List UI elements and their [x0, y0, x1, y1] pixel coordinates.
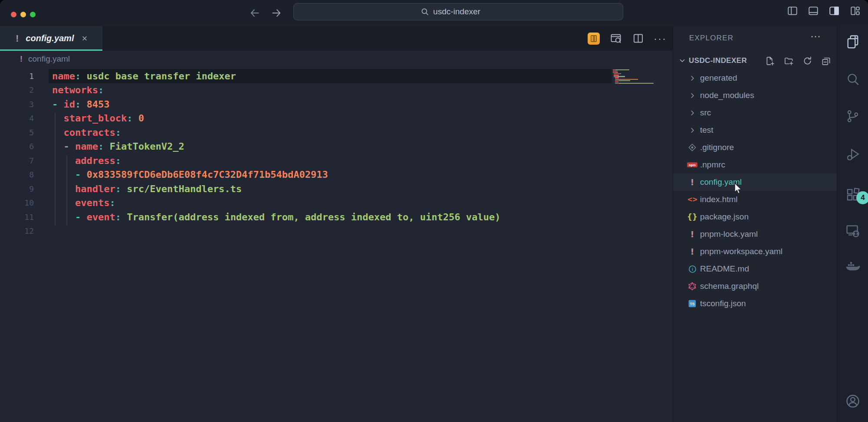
collapse-all-icon[interactable] — [821, 56, 831, 66]
file-label: node_modules — [700, 91, 754, 100]
yaml-file-icon: ! — [685, 246, 699, 257]
activity-remote-explorer-icon[interactable] — [837, 220, 868, 241]
vscode-window: usdc-indexer ! config.yaml × — [0, 0, 868, 422]
line-number: 8 — [0, 170, 34, 179]
folder-item-node_modules[interactable]: node_modules — [673, 87, 837, 104]
file-label: generated — [700, 73, 737, 83]
code-line-2[interactable]: 2networks: — [0, 83, 673, 98]
minimize-window-button[interactable] — [20, 12, 26, 17]
breadcrumb-warning-icon: ! — [20, 55, 23, 64]
command-center-search[interactable]: usdc-indexer — [293, 3, 623, 20]
navigate-forward-button[interactable] — [269, 6, 284, 20]
file-item-README-md[interactable]: iREADME.md — [673, 260, 837, 278]
code-line-7[interactable]: 7 address: — [0, 154, 673, 168]
tab-bar: ! config.yaml × ··· — [0, 26, 673, 51]
file-label: README.md — [700, 264, 749, 274]
code-line-6[interactable]: 6 - name: FiatTokenV2_2 — [0, 140, 673, 154]
activity-search-icon[interactable] — [837, 69, 868, 89]
line-number: 10 — [0, 198, 34, 207]
chevron-right-icon — [685, 92, 699, 99]
code-line-12[interactable]: 12 — [0, 224, 673, 239]
activity-run-debug-icon[interactable] — [837, 144, 868, 165]
yaml-file-icon: ! — [685, 177, 699, 187]
toggle-secondary-sidebar-icon[interactable] — [828, 5, 840, 17]
code-line-10[interactable]: 10 events: — [0, 196, 673, 210]
code-line-9[interactable]: 9 handler: src/EventHandlers.ts — [0, 182, 673, 196]
line-number: 3 — [0, 100, 34, 109]
toggle-panel-icon[interactable] — [807, 5, 819, 17]
file-item-tsconfig-json[interactable]: TStsconfig.json — [673, 295, 837, 312]
graphql-file-icon — [685, 282, 699, 291]
envio-extension-icon[interactable] — [587, 32, 600, 45]
tab-config-yaml[interactable]: ! config.yaml × — [0, 26, 102, 51]
code-line-11[interactable]: 11 - event: Transfer(address indexed fro… — [0, 210, 673, 224]
editor-region: ! config.yaml × ··· — [0, 26, 673, 422]
yaml-file-icon: ! — [16, 33, 19, 44]
file-label: .gitignore — [700, 143, 734, 152]
customize-layout-icon[interactable] — [849, 5, 861, 17]
breadcrumb[interactable]: ! config.yaml — [0, 51, 673, 67]
refresh-icon[interactable] — [802, 56, 812, 66]
svg-text:npm: npm — [689, 163, 696, 167]
file-item-npmrc[interactable]: npm.npmrc — [673, 156, 837, 173]
section-usdc-indexer[interactable]: USDC-INDEXER — [673, 52, 837, 69]
tab-label: config.yaml — [26, 33, 74, 43]
svg-text:i: i — [692, 267, 693, 272]
file-label: test — [700, 125, 713, 135]
code-line-4[interactable]: 4 start_block: 0 — [0, 111, 673, 126]
mouse-cursor — [732, 182, 743, 197]
code-editor[interactable]: 1name: usdc base transfer indexer2networ… — [0, 69, 673, 238]
explorer-title: EXPLORER — [689, 34, 733, 43]
code-line-3[interactable]: 3- id: 8453 — [0, 97, 673, 111]
activity-account-icon[interactable] — [837, 391, 868, 412]
breadcrumb-label: config.yaml — [28, 54, 70, 64]
line-number: 5 — [0, 128, 34, 137]
more-actions-icon[interactable]: ··· — [654, 32, 667, 45]
file-item-pnpm-workspace-yaml[interactable]: !pnpm-workspace.yaml — [673, 243, 837, 260]
open-preview-icon[interactable] — [609, 32, 622, 45]
chevron-down-icon — [678, 57, 686, 65]
section-name: USDC-INDEXER — [689, 56, 747, 65]
minimap[interactable] — [613, 69, 656, 85]
file-item-pnpm-lock-yaml[interactable]: !pnpm-lock.yaml — [673, 226, 837, 243]
folder-item-src[interactable]: src — [673, 104, 837, 121]
code-line-1[interactable]: 1name: usdc base transfer indexer — [0, 69, 673, 83]
svg-text:TS: TS — [690, 302, 694, 306]
file-label: pnpm-lock.yaml — [700, 229, 758, 239]
close-window-button[interactable] — [11, 12, 16, 17]
ts-file-icon: TS — [685, 299, 699, 308]
file-item-package-json[interactable]: {}package.json — [673, 208, 837, 226]
close-tab-icon[interactable]: × — [82, 34, 87, 43]
file-item-schema-graphql[interactable]: schema.graphql — [673, 278, 837, 295]
folder-item-test[interactable]: test — [673, 121, 837, 139]
code-line-8[interactable]: 8 - 0x833589fCD6eDb6E08f4c7C32D4f71b54bd… — [0, 168, 673, 182]
git-file-icon — [685, 143, 699, 152]
split-editor-icon[interactable] — [631, 32, 644, 45]
folder-item-generated[interactable]: generated — [673, 69, 837, 87]
explorer-more-actions-icon[interactable]: ⋯ — [810, 30, 821, 43]
chevron-right-icon — [685, 127, 699, 134]
line-number: 7 — [0, 156, 34, 165]
activity-docker-icon[interactable] — [837, 256, 868, 277]
json-file-icon: {} — [685, 213, 699, 221]
chevron-right-icon — [685, 109, 699, 117]
html-file-icon: <> — [685, 196, 699, 203]
search-icon — [421, 7, 429, 16]
code-line-5[interactable]: 5 contracts: — [0, 125, 673, 140]
chevron-right-icon — [685, 75, 699, 82]
search-value: usdc-indexer — [433, 7, 480, 16]
titlebar: usdc-indexer — [0, 0, 868, 26]
line-number: 2 — [0, 85, 34, 95]
file-item-gitignore[interactable]: .gitignore — [673, 139, 837, 156]
activity-source-control-icon[interactable] — [837, 106, 868, 127]
info-file-icon: i — [685, 265, 699, 274]
line-number: 9 — [0, 184, 34, 193]
file-item-index-html[interactable]: <>index.html — [673, 191, 837, 208]
toggle-primary-sidebar-icon[interactable] — [786, 5, 799, 17]
new-file-icon[interactable] — [765, 56, 775, 66]
zoom-window-button[interactable] — [30, 12, 36, 17]
navigate-back-button[interactable] — [247, 6, 262, 20]
file-item-config-yaml[interactable]: !config.yaml — [673, 173, 837, 191]
activity-explorer-icon[interactable] — [837, 31, 868, 52]
new-folder-icon[interactable] — [783, 56, 794, 66]
